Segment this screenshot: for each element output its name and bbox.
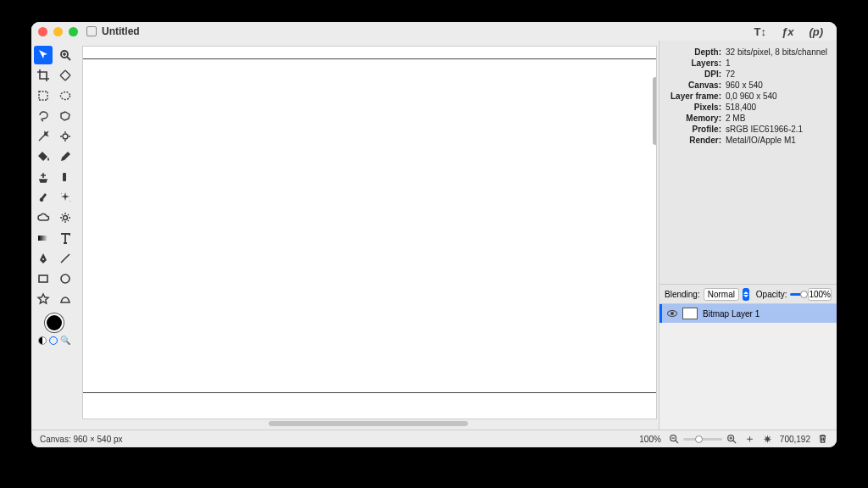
default-colors-icon[interactable]: [38, 336, 47, 345]
swap-colors-icon[interactable]: [49, 336, 58, 345]
quick-select-tool[interactable]: [56, 127, 75, 146]
info-value: 72: [726, 69, 828, 79]
info-value: 1: [726, 58, 828, 68]
ellipse-shape-tool[interactable]: [56, 269, 75, 288]
magic-wand-tool[interactable]: [34, 127, 53, 146]
svg-rect-9: [38, 236, 48, 241]
info-label: Pixels:: [665, 103, 726, 112]
rect-shape-tool[interactable]: [34, 269, 53, 288]
svg-point-6: [63, 134, 68, 139]
info-value: Metal/IO/Apple M1: [726, 136, 828, 145]
info-value: 32 bits/pixel, 8 bits/channel: [726, 47, 828, 57]
pen-tool[interactable]: [34, 249, 53, 268]
status-bar: Canvas: 960 × 540 px 100% ＋ ✷ 700,192: [31, 430, 837, 447]
info-label: Layers:: [665, 58, 726, 68]
horizontal-scrollbar-thumb[interactable]: [269, 421, 468, 426]
right-panel: Depth:32 bits/pixel, 8 bits/channel Laye…: [659, 41, 837, 430]
clone-stamp-tool[interactable]: [34, 168, 53, 186]
info-value: 960 x 540: [726, 80, 828, 90]
opacity-slider[interactable]: [790, 293, 804, 296]
star-shape-tool[interactable]: [34, 290, 53, 308]
transform-tool[interactable]: [56, 66, 75, 85]
canvas-viewport[interactable]: [82, 46, 657, 419]
lasso-tool[interactable]: [34, 107, 53, 125]
info-label: DPI:: [665, 69, 726, 79]
svg-point-12: [61, 274, 70, 283]
zoom-control: [668, 433, 737, 445]
svg-rect-11: [39, 275, 47, 282]
zoom-in-icon[interactable]: [726, 433, 737, 445]
layer-name[interactable]: Bitmap Layer 1: [703, 309, 760, 319]
svg-line-17: [733, 441, 736, 443]
status-zoom-value: 100%: [639, 435, 661, 444]
svg-line-14: [676, 441, 678, 443]
custom-shape-tool[interactable]: [56, 290, 75, 308]
close-window-button[interactable]: [38, 27, 47, 36]
paint-bucket-tool[interactable]: [34, 147, 53, 166]
zoom-tool[interactable]: [56, 46, 75, 64]
vertical-scrollbar[interactable]: [653, 77, 657, 145]
minimize-window-button[interactable]: [53, 27, 63, 36]
ellipse-select-tool[interactable]: [56, 86, 75, 105]
text-tool[interactable]: [56, 229, 75, 247]
add-layer-button[interactable]: ＋: [744, 434, 755, 445]
info-label: Render:: [665, 136, 726, 145]
document-proxy-icon[interactable]: [86, 26, 97, 36]
layer-row[interactable]: Bitmap Layer 1: [659, 304, 837, 323]
gradient-tool[interactable]: [34, 229, 53, 247]
canvas-area: [77, 41, 659, 430]
window-title: Untitled: [102, 25, 140, 37]
info-label: Depth:: [665, 47, 726, 57]
blend-mode-select[interactable]: Normal: [704, 288, 739, 301]
info-value: 0,0 960 x 540: [726, 92, 828, 101]
opacity-value[interactable]: 100%: [808, 288, 832, 301]
delete-layer-button[interactable]: [817, 433, 828, 446]
svg-line-1: [67, 57, 70, 60]
status-coords: 700,192: [780, 435, 810, 444]
crop-tool[interactable]: [34, 66, 53, 85]
titlebar: Untitled T↕ ƒx (p): [31, 22, 837, 41]
blend-mode-value: Normal: [708, 290, 735, 299]
line-tool[interactable]: [56, 249, 75, 268]
layer-thumbnail[interactable]: [682, 308, 698, 319]
light-tool[interactable]: [56, 208, 75, 227]
smudge-tool[interactable]: [34, 188, 53, 207]
toolbox: 🔍: [31, 41, 77, 430]
blend-stepper[interactable]: [743, 288, 749, 301]
marquee-tool[interactable]: [34, 86, 53, 105]
move-tool[interactable]: [34, 46, 53, 64]
zoom-slider[interactable]: [683, 438, 722, 441]
info-label: Profile:: [665, 125, 726, 134]
color-picker-icon[interactable]: 🔍: [60, 336, 70, 345]
effects-button[interactable]: ƒx: [782, 25, 793, 38]
foreground-color-swatch[interactable]: [45, 313, 64, 332]
blending-label: Blending:: [665, 290, 700, 299]
zoom-window-button[interactable]: [69, 27, 78, 36]
horizontal-scrollbar-track[interactable]: [84, 419, 652, 430]
presets-button[interactable]: (p): [809, 25, 823, 38]
layers-panel: Bitmap Layer 1: [659, 304, 837, 430]
cloud-tool[interactable]: [34, 208, 53, 227]
visibility-icon[interactable]: [667, 310, 677, 317]
sparkle-tool[interactable]: [56, 188, 75, 207]
brush-tool[interactable]: [56, 147, 75, 166]
canvas-top-edge: [83, 58, 656, 59]
info-label: Memory:: [665, 114, 726, 123]
svg-rect-4: [39, 92, 47, 100]
blend-row: Blending: Normal Opacity: 100%: [659, 284, 837, 304]
eraser-tool[interactable]: [56, 168, 75, 186]
svg-point-5: [61, 92, 70, 100]
svg-point-8: [64, 216, 68, 220]
traffic-lights: [38, 27, 78, 36]
polygon-lasso-tool[interactable]: [56, 107, 75, 125]
layer-settings-button[interactable]: ✷: [762, 434, 773, 445]
info-value: sRGB IEC61966-2.1: [726, 125, 828, 134]
svg-rect-7: [63, 173, 66, 181]
status-canvas-size: Canvas: 960 × 540 px: [40, 435, 123, 444]
info-label: Canvas:: [665, 80, 726, 90]
typography-tool-button[interactable]: T↕: [754, 25, 765, 38]
zoom-out-icon[interactable]: [668, 433, 680, 445]
canvas-bottom-edge: [83, 392, 656, 393]
info-value: 2 MB: [726, 114, 828, 123]
app-window: Untitled T↕ ƒx (p): [31, 22, 837, 447]
